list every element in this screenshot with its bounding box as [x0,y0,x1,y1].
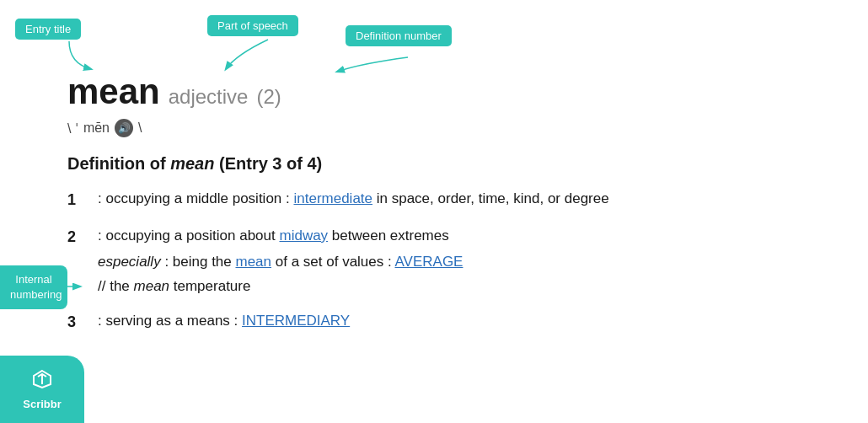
main-content: mean adjective (2) \ ˈmēn 🔊 \ Definition… [0,0,868,363]
entry-pos: adjective [169,85,249,109]
definition-item-2: 2 : occupying a position about midway be… [67,224,817,298]
pronunciation: \ ˈmēn 🔊 \ [67,119,817,137]
link-intermediary[interactable]: INTERMEDIARY [242,313,350,329]
link-midway[interactable]: midway [279,228,328,244]
def-number-1: 1 [67,187,84,212]
definition-item-3: 3 : serving as a means : INTERMEDIARY [67,309,817,335]
pronunciation-prefix: \ ˈ [67,120,78,137]
def-content-2: : occupying a position about midway betw… [98,224,817,298]
def-number-2: 2 [67,224,84,249]
def-number-3: 3 [67,309,84,335]
pronunciation-suffix: \ [138,120,142,136]
link-mean[interactable]: mean [236,254,272,270]
entry-word: mean [67,72,160,112]
def-sub-2: especially : being the mean of a set of … [98,250,817,273]
def-text-2: : occupying a position about midway betw… [98,228,449,244]
link-intermediate[interactable]: intermediate [293,190,372,206]
link-average[interactable]: AVERAGE [395,254,463,270]
definition-item-1: 1 : occupying a middle position : interm… [67,187,817,212]
def-text-3: : serving as a means : INTERMEDIARY [98,313,350,329]
def-content-3: : serving as a means : INTERMEDIARY [98,309,817,332]
definition-header: Definition of mean (Entry 3 of 4) [67,154,817,174]
entry-def-num: (2) [256,85,281,109]
def-example-word: mean [134,278,170,294]
pronunciation-main: mēn [83,120,110,136]
speaker-button[interactable]: 🔊 [115,119,133,137]
scribbr-icon [30,369,54,394]
def-content-1: : occupying a middle position : intermed… [98,187,817,210]
scribbr-logo: Scribbr [0,356,84,423]
def-example-2: // the mean temperature [98,275,817,297]
def-sub-especially: especially [98,254,161,270]
definitions-list: 1 : occupying a middle position : interm… [67,187,817,335]
def-text-1: : occupying a middle position : intermed… [98,190,609,206]
entry-heading: mean adjective (2) [67,72,817,112]
definition-header-word: mean [170,154,214,173]
scribbr-name: Scribbr [23,398,62,410]
